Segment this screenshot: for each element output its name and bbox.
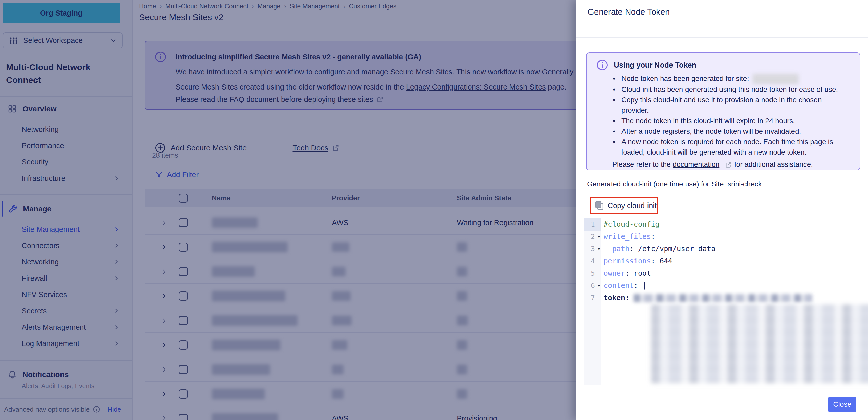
faq-document-link[interactable]: Please read the FAQ document before depl… [176,94,373,105]
close-button[interactable]: Close [828,396,856,412]
external-link-icon [332,144,340,152]
info-icon [155,51,166,63]
provider-redacted [332,259,346,284]
state-cell: Provisioning [457,406,497,420]
bullet-node-token-generated: Node token has been generated for site: [612,73,850,84]
row-expand-chevron[interactable] [160,259,167,284]
notifications-sublabel: Alerts, Audit Logs, Events [0,381,132,390]
banner-body-line2: Secure Mesh Sites created using the olde… [176,81,574,93]
row-expand-chevron[interactable] [160,406,167,420]
table-row[interactable] [145,284,576,308]
legacy-configurations-link[interactable]: Legacy Configurations: Secure Mesh Sites [406,83,546,91]
row-checkbox[interactable] [179,357,188,382]
breadcrumb-separator: › [284,3,286,10]
info-icon [93,406,100,413]
fold-caret-icon[interactable]: ▾ [598,243,600,255]
sidebar-item-connectors[interactable]: Connectors [0,237,132,254]
table-row[interactable] [145,235,576,259]
tech-docs-link[interactable]: Tech Docs [293,143,340,152]
row-checkbox[interactable] [179,259,188,284]
sidebar-item-networking-manage[interactable]: Networking [0,254,132,270]
row-checkbox[interactable] [179,211,188,235]
fold-caret-icon[interactable]: ▾ [598,280,600,292]
site-name-redacted [212,259,255,284]
row-expand-chevron[interactable] [160,284,167,308]
sidebar-item-infrastructure[interactable]: Infrastructure [0,170,132,186]
row-checkbox[interactable] [179,333,188,357]
table-row[interactable] [145,333,576,357]
row-checkbox[interactable] [179,284,188,308]
table-row[interactable]: AWS Provisioning [145,406,576,420]
chevron-right-icon [113,340,120,347]
breadcrumb-mcn-link[interactable]: Multi-Cloud Network Connect [165,3,248,10]
cloud-init-code-block: 1 2▾ 3▾ 4 5 6▾ 7 #cloud-config write_fil… [584,218,863,385]
copy-cloud-init-button[interactable]: Copy cloud-init [608,201,657,210]
external-link-icon [376,96,384,103]
sidebar-item-security[interactable]: Security [0,154,132,170]
bullet-cloud-init-generated: Cloud-init has been generated using this… [612,84,850,95]
sidebar-item-alerts-management[interactable]: Alerts Management [0,319,132,335]
divider [576,386,868,386]
table-row[interactable] [145,382,576,406]
row-expand-chevron[interactable] [160,235,167,259]
state-redacted [457,382,467,406]
workspace-grid-icon [9,36,18,45]
sidebar-item-performance[interactable]: Performance [0,137,132,154]
generate-node-token-panel: Generate Node Token Using your Node Toke… [576,0,868,420]
provider-redacted [332,284,351,308]
breadcrumb-customer-edges: Customer Edges [349,3,396,10]
row-checkbox[interactable] [179,308,188,333]
breadcrumb-home-link[interactable]: Home [139,3,156,10]
provider-redacted [332,333,347,357]
divider [0,194,132,195]
provider-redacted [332,357,343,382]
breadcrumb-manage-link[interactable]: Manage [257,3,280,10]
sidebar-item-site-management[interactable]: Site Management [0,221,132,237]
fold-caret-icon[interactable]: ▾ [598,230,600,243]
chevron-right-icon [113,324,120,330]
row-checkbox[interactable] [179,382,188,406]
documentation-link[interactable]: documentation [673,160,720,168]
site-name-redacted [212,406,278,420]
breadcrumb-site-management-link[interactable]: Site Management [290,3,340,10]
select-all-checkbox[interactable] [179,189,188,207]
row-expand-chevron[interactable] [160,333,167,357]
breadcrumb-separator: › [160,3,162,10]
sidebar-item-secrets[interactable]: Secrets [0,303,132,319]
workspace-selector[interactable]: Select Workspace [3,32,123,49]
workspace-selector-label: Select Workspace [23,36,83,44]
items-count: 28 items [152,152,178,159]
panel-title: Generate Node Token [588,7,670,17]
sidebar-section-manage[interactable]: Manage [0,202,132,216]
row-expand-chevron[interactable] [160,308,167,333]
state-cell: Waiting for Registration [457,211,533,235]
table-row[interactable] [145,259,576,284]
state-redacted [457,259,467,284]
table-row[interactable]: AWS Waiting for Registration [145,211,576,235]
row-checkbox[interactable] [179,406,188,420]
state-redacted [457,235,467,259]
site-name-redacted [212,333,280,357]
table-row[interactable] [145,308,576,333]
row-expand-chevron[interactable] [160,357,167,382]
add-filter-button[interactable]: Add Filter [155,170,198,179]
sidebar: Org Staging Select Workspace Multi-Cloud… [0,0,133,420]
sidebar-item-nfv-services[interactable]: NFV Services [0,286,132,303]
hide-nav-link[interactable]: Hide [107,406,121,413]
row-expand-chevron[interactable] [160,382,167,406]
org-staging-button[interactable]: Org Staging [3,3,120,23]
row-expand-chevron[interactable] [160,211,167,235]
copy-icon [594,201,604,211]
site-name-redacted [212,308,298,333]
generated-cloud-init-label: Generated cloud-init (one time use) for … [587,180,762,188]
row-checkbox[interactable] [179,235,188,259]
sidebar-item-networking-overview[interactable]: Networking [0,121,132,137]
sidebar-section-overview[interactable]: Overview [0,102,132,116]
table-header: Name Provider Site Admin State [145,189,576,207]
sidebar-item-firewall[interactable]: Firewall [0,270,132,286]
table-row[interactable] [145,357,576,382]
sidebar-item-log-management[interactable]: Log Management [0,335,132,352]
column-header-state: Site Admin State [457,189,512,207]
sidebar-item-notifications[interactable]: Notifications [0,368,132,381]
bullet-copy-provision: Copy this cloud-init and use it to provi… [612,95,850,116]
